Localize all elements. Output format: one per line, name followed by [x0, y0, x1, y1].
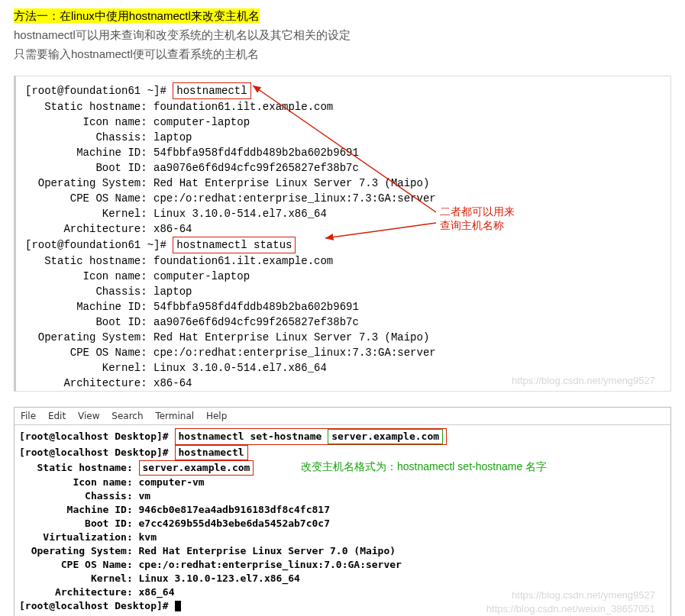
static-hostname-value: server.example.com	[139, 460, 254, 476]
terminal-block-2: File Edit View Search Terminal Help 改变主机…	[14, 407, 671, 616]
annotation-green: 改变主机名格式为：hostnamectl set-hostname 名字	[301, 460, 547, 473]
terminal-output-2: [root@localhost Desktop]# hostnamectl se…	[15, 425, 670, 616]
cmd-hostnamectl-status: hostnamectl status	[173, 237, 296, 253]
watermark: https://blog.csdn.net/weixin_38657051	[486, 603, 655, 614]
intro-line-1: hostnamectl可以用来查询和改变系统的主机名以及其它相关的设定	[14, 28, 671, 43]
cmd-hostnamectl: hostnamectl	[173, 82, 250, 99]
menu-terminal[interactable]: Terminal	[155, 411, 194, 421]
terminal-block-1: 二者都可以用来查询主机名称 https://blog.csdn.net/ymen…	[14, 76, 671, 392]
cmd-set-hostname: hostnamectl set-hostname server.example.…	[175, 428, 448, 445]
menu-help[interactable]: Help	[206, 411, 227, 421]
menu-edit[interactable]: Edit	[48, 411, 66, 421]
terminal-menubar[interactable]: File Edit View Search Terminal Help	[15, 408, 670, 425]
menu-view[interactable]: View	[78, 411, 99, 421]
menu-search[interactable]: Search	[111, 411, 143, 421]
cursor-icon	[175, 601, 181, 611]
annotation-red: 二者都可以用来查询主机名称	[440, 205, 515, 232]
new-hostname-arg: server.example.com	[328, 429, 443, 444]
method-heading: 方法一：在linux中使用hostnamectl来改变主机名	[14, 8, 260, 23]
terminal-output-1: [root@foundation61 ~]# hostnamectl Stati…	[25, 82, 661, 391]
menu-file[interactable]: File	[21, 411, 36, 421]
watermark: https://blog.csdn.net/ymeng9527	[512, 589, 655, 601]
watermark: https://blog.csdn.net/ymeng9527	[512, 375, 655, 386]
cmd-hostnamectl-2: hostnamectl	[175, 445, 248, 460]
intro-line-2: 只需要输入hostnamectl便可以查看系统的主机名	[14, 47, 671, 62]
